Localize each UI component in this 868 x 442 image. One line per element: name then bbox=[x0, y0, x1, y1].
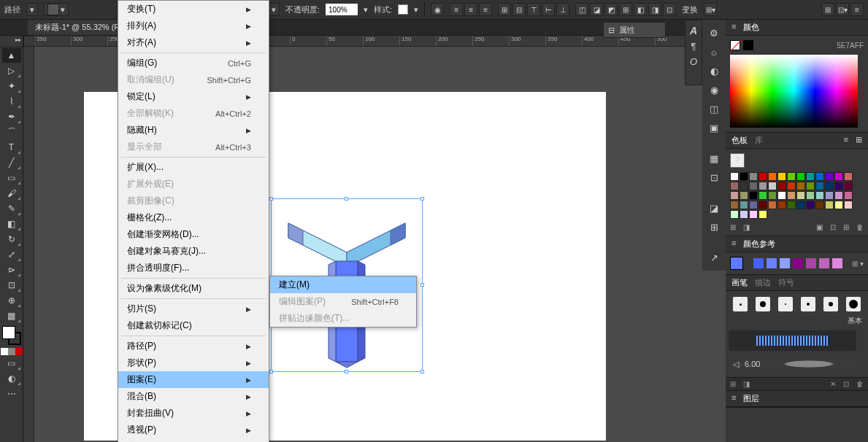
swatch[interactable] bbox=[825, 182, 834, 190]
rectangle-tool[interactable]: ▭ bbox=[2, 171, 21, 185]
draw-mode-tool[interactable]: ◐ bbox=[2, 371, 21, 386]
swatch[interactable] bbox=[740, 182, 748, 190]
char-a-icon[interactable]: A bbox=[690, 25, 697, 36]
paintbrush-tool[interactable]: 🖌 bbox=[2, 186, 21, 201]
swatch[interactable] bbox=[749, 191, 758, 200]
menu-icon[interactable]: ≡ bbox=[850, 3, 864, 16]
menu-item[interactable]: 混合(B)▶ bbox=[118, 388, 269, 405]
symbols-tab[interactable]: 符号 bbox=[778, 277, 794, 288]
shaper-tool[interactable]: ✎ bbox=[2, 201, 21, 216]
swatch-new2-icon[interactable]: ⊞ bbox=[843, 223, 849, 231]
swatch[interactable] bbox=[758, 201, 767, 209]
menu-item[interactable]: 取消编组(U)Shift+Ctrl+G bbox=[118, 71, 269, 88]
swatch[interactable] bbox=[815, 172, 824, 181]
path-op2-icon[interactable]: ◪ bbox=[590, 3, 603, 16]
transparency-icon[interactable]: ◐ bbox=[707, 63, 721, 78]
swatch[interactable] bbox=[815, 182, 824, 190]
swatch[interactable] bbox=[844, 201, 853, 209]
swatch-preview[interactable]: ? bbox=[730, 153, 745, 168]
menu-item[interactable]: 显示全部Alt+Ctrl+3 bbox=[118, 139, 269, 155]
curvature-tool[interactable]: ⌒ bbox=[2, 125, 21, 139]
free-transform-tool[interactable]: ⊡ bbox=[2, 278, 21, 292]
rotate-tool[interactable]: ↻ bbox=[2, 232, 21, 247]
swatch[interactable] bbox=[749, 210, 758, 219]
artboard-icon[interactable]: ⊡ bbox=[707, 170, 721, 185]
pathfinder-icon[interactable]: ◪ bbox=[707, 201, 721, 215]
menu-item[interactable]: 创建裁切标记(C) bbox=[118, 317, 269, 334]
burger-icon-2[interactable]: ≡ bbox=[731, 393, 736, 404]
properties-panel[interactable]: ⊟ 属性 bbox=[603, 22, 666, 38]
swatch-new-icon[interactable]: ⊡ bbox=[830, 223, 836, 231]
menu-item[interactable]: 拼合透明度(F)... bbox=[118, 260, 269, 276]
menu-item[interactable]: 图案(E)▶ bbox=[118, 371, 269, 388]
swatch[interactable] bbox=[796, 182, 805, 190]
layers-icon[interactable]: ▣ bbox=[707, 120, 721, 135]
swatch[interactable] bbox=[777, 172, 786, 181]
swatch[interactable] bbox=[768, 201, 777, 209]
swatch[interactable] bbox=[749, 182, 758, 190]
selection-tool[interactable]: ▲ bbox=[2, 48, 21, 63]
fill-stroke-control[interactable] bbox=[2, 326, 21, 345]
align-bottom-icon[interactable]: ⊥ bbox=[556, 3, 569, 16]
path-op6-icon[interactable]: ◨ bbox=[648, 3, 661, 16]
swatch-grid[interactable] bbox=[730, 172, 859, 219]
transform-icon[interactable]: ⊞▾ bbox=[704, 3, 717, 16]
path-op1-icon[interactable]: ◫ bbox=[575, 3, 588, 16]
swatch[interactable] bbox=[844, 191, 853, 200]
swatch[interactable] bbox=[758, 172, 767, 181]
globe-icon[interactable]: ◉ bbox=[431, 3, 444, 16]
swatch[interactable] bbox=[749, 201, 758, 209]
swatch[interactable] bbox=[758, 182, 767, 190]
lasso-tool[interactable]: ⌇ bbox=[2, 94, 21, 109]
swatch[interactable] bbox=[834, 182, 843, 190]
edit-toolbar-tool[interactable]: ⋯ bbox=[2, 387, 21, 401]
distribute-v-icon[interactable]: ⊟ bbox=[512, 3, 526, 16]
line-tool[interactable]: ╱ bbox=[2, 155, 21, 170]
menu-item[interactable]: 隐藏(H)▶ bbox=[118, 122, 269, 139]
paragraph-icon[interactable]: ¶ bbox=[691, 41, 696, 52]
menu-item[interactable]: 设为像素级优化(M) bbox=[118, 280, 269, 297]
swatch[interactable] bbox=[806, 191, 815, 200]
color-mode-row[interactable] bbox=[0, 348, 23, 355]
swatch[interactable] bbox=[777, 201, 786, 209]
menu-item[interactable]: 路径(P)▶ bbox=[118, 338, 269, 354]
menu-item[interactable]: 对齐(A)▶ bbox=[118, 34, 269, 51]
swatch[interactable] bbox=[834, 191, 843, 200]
stroke-style-dropdown[interactable]: ▾ bbox=[44, 3, 69, 16]
menu-item[interactable]: 排列(A)▶ bbox=[118, 18, 269, 34]
stroke-tab[interactable]: 描边 bbox=[755, 277, 771, 288]
menu-item[interactable]: 切片(S)▶ bbox=[118, 301, 269, 317]
swatch[interactable] bbox=[787, 201, 796, 209]
ruler-vertical[interactable] bbox=[23, 47, 34, 442]
align-left-icon[interactable]: ≡ bbox=[450, 3, 463, 16]
swatch[interactable] bbox=[844, 182, 853, 190]
view-icon1[interactable]: ⊞ bbox=[821, 3, 834, 16]
swatch[interactable] bbox=[730, 191, 739, 200]
swatches-tab[interactable]: 色板 bbox=[731, 135, 748, 146]
swatch[interactable] bbox=[844, 172, 853, 181]
swatch[interactable] bbox=[730, 210, 739, 219]
submenu-item[interactable]: 建立(M) bbox=[270, 276, 416, 293]
stroke-width-dropdown[interactable]: ▾ bbox=[26, 3, 38, 16]
eraser-tool[interactable]: ◧ bbox=[2, 217, 21, 231]
path-op5-icon[interactable]: ◧ bbox=[634, 3, 647, 16]
magic-wand-tool[interactable]: ✦ bbox=[2, 79, 21, 93]
path-op3-icon[interactable]: ◩ bbox=[604, 3, 618, 16]
brush-presets[interactable] bbox=[729, 294, 865, 314]
ruler-corner[interactable] bbox=[23, 36, 34, 47]
libraries-tab[interactable]: 库 bbox=[755, 135, 763, 146]
brightness-icon[interactable]: ☼ bbox=[707, 44, 721, 59]
type-tool[interactable]: T bbox=[2, 140, 21, 155]
toolbox-collapse-icon[interactable]: ▸▸ bbox=[15, 36, 21, 46]
menu-burger-icon[interactable]: ≡ bbox=[731, 22, 736, 33]
layers-tab[interactable]: 图层 bbox=[743, 393, 759, 404]
menu-item[interactable]: 编组(G)Ctrl+G bbox=[118, 55, 269, 71]
direct-selection-tool[interactable]: ▷ bbox=[2, 63, 21, 78]
path-op4-icon[interactable]: ⊞ bbox=[619, 3, 632, 16]
swatch[interactable] bbox=[834, 172, 843, 181]
swatch[interactable] bbox=[787, 182, 796, 190]
menu-item[interactable]: 形状(P)▶ bbox=[118, 354, 269, 371]
align-icon[interactable]: ⊞ bbox=[707, 220, 721, 234]
swatch[interactable] bbox=[825, 201, 834, 209]
pen-tool[interactable]: ✒ bbox=[2, 109, 21, 124]
